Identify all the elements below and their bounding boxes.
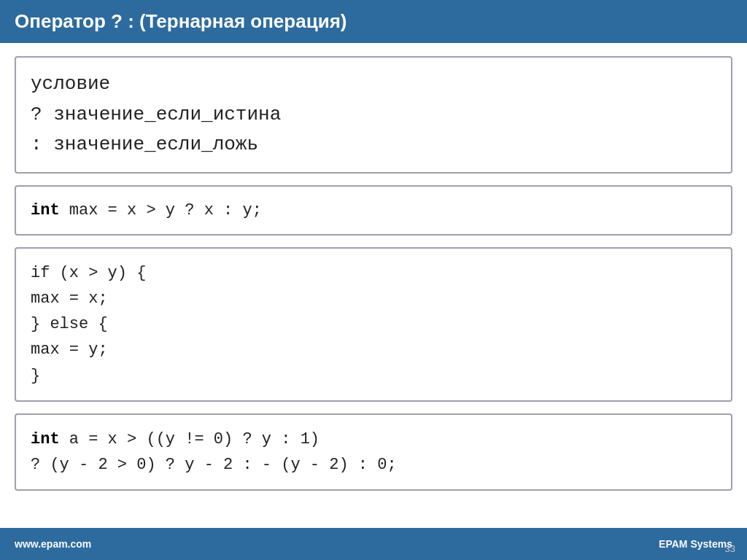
keyword-int-2: int [31,430,60,448]
max-x-line: max = x; [31,286,716,311]
footer: www.epam.com EPAM Systems [0,528,747,560]
code-line-1: int max = x > y ? x : y; [31,198,716,222]
close-brace-line: } [31,363,716,389]
footer-company: EPAM Systems [659,538,732,550]
header: Оператор ? : (Тернарная операция) [0,0,747,43]
page-title: Оператор ? : (Тернарная операция) [15,10,347,33]
code-box-1: int max = x > y ? x : y; [15,185,732,236]
code-box-2: if (x > y) { max = x; } else { max = y; … [15,247,732,402]
syntax-box: условие ? значение_если_истина : значени… [15,56,732,174]
code-rest-1: max = x > y ? x : y; [60,201,262,219]
if-line: if (x > y) { [31,260,716,286]
main-content: условие ? значение_если_истина : значени… [0,43,747,504]
complex-line1-rest: a = x > ((y != 0) ? y : 1) [60,430,320,448]
syntax-line1: условие [31,69,716,100]
footer-website: www.epam.com [15,538,91,550]
code-box-3: int a = x > ((y != 0) ? y : 1) ? (y - 2 … [15,413,732,491]
code-block-2: if (x > y) { max = x; } else { max = y; … [31,260,716,389]
page-number: 33 [725,543,735,554]
else-line: } else { [31,311,716,337]
max-y-line: max = y; [31,337,716,362]
complex-line2: ? (y - 2 > 0) ? y - 2 : - (y - 2) : 0; [31,452,716,478]
syntax-line3: : значение_если_ложь [31,130,716,160]
code-block-3: int a = x > ((y != 0) ? y : 1) ? (y - 2 … [31,427,716,478]
keyword-int-1: int [31,201,60,219]
complex-line1: int a = x > ((y != 0) ? y : 1) [31,427,716,452]
syntax-line2: ? значение_если_истина [31,100,716,131]
